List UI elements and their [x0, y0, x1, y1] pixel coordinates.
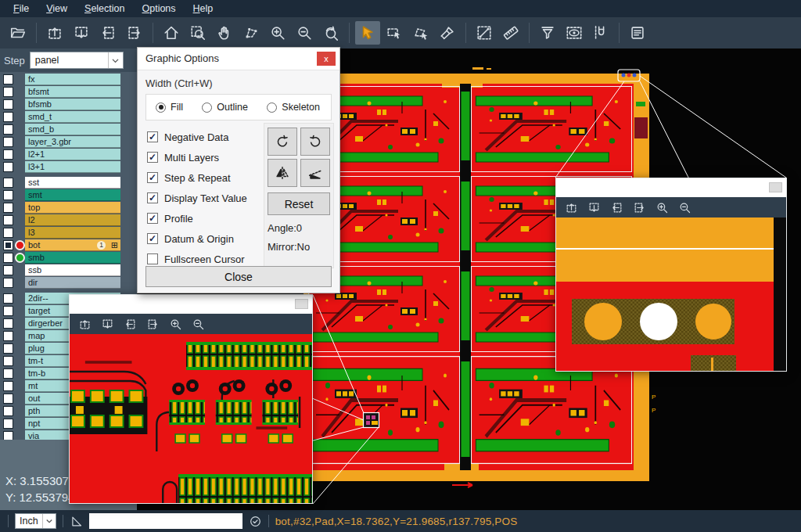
menu-file[interactable]: File: [5, 2, 38, 16]
layer-name[interactable]: smd_b: [25, 124, 120, 135]
layer-name[interactable]: top: [25, 202, 120, 214]
layer-visibility-checkbox[interactable]: [3, 215, 13, 225]
checkbox-fullscreen-cursor[interactable]: Fullscreen Cursor: [147, 253, 269, 265]
layer-name[interactable]: smb: [25, 252, 120, 264]
menu-view[interactable]: View: [38, 2, 76, 16]
layer-name[interactable]: l2+1: [25, 149, 120, 160]
layer-row-fx[interactable]: fx: [0, 74, 137, 85]
checkbox-display-text-value[interactable]: ✓Display Text Value: [147, 192, 269, 204]
popup-titlebar[interactable]: [70, 295, 312, 314]
layer-visibility-checkbox[interactable]: [3, 368, 13, 379]
box-arrow-down-button[interactable]: [586, 200, 602, 215]
radio-circle[interactable]: [267, 102, 277, 113]
zoom-out-button[interactable]: [677, 200, 692, 215]
layer-row-l3-1[interactable]: l3+1: [0, 161, 137, 173]
select-cursor-button[interactable]: [355, 21, 380, 45]
layer-visibility-checkbox[interactable]: [3, 381, 13, 391]
chevron-down-icon[interactable]: [108, 52, 123, 68]
layer-visibility-checkbox[interactable]: [3, 178, 13, 188]
rotate-cw-button[interactable]: [268, 128, 297, 156]
checkbox-box[interactable]: ✓: [147, 192, 158, 203]
layer-row-layer-3-gbr[interactable]: layer_3.gbr: [0, 136, 137, 148]
eye-box-button[interactable]: [562, 21, 587, 45]
layer-visibility-checkbox[interactable]: [3, 293, 13, 304]
layer-visibility-checkbox[interactable]: [3, 406, 13, 416]
magnifier-window-2[interactable]: [555, 178, 787, 372]
layer-visibility-checkbox[interactable]: [3, 240, 13, 250]
open-folder-button[interactable]: [5, 21, 31, 45]
box-arrow-left-button[interactable]: [95, 21, 120, 45]
layer-row-l2[interactable]: l2: [0, 214, 137, 226]
layer-name[interactable]: bot1⊞: [25, 239, 120, 251]
layer-visibility-checkbox[interactable]: [3, 278, 13, 288]
box-arrow-down-button[interactable]: [99, 316, 115, 332]
layer-row-bfsmb[interactable]: bfsmb: [0, 99, 137, 110]
rect-select-button[interactable]: [382, 21, 407, 45]
dialog-close-icon[interactable]: x: [317, 52, 336, 66]
layer-row-smt[interactable]: smt: [0, 189, 137, 201]
zoom-in-button[interactable]: [167, 316, 183, 332]
checkbox-box[interactable]: [147, 253, 158, 264]
brush-clear-button[interactable]: [435, 21, 460, 45]
layer-visibility-checkbox[interactable]: [3, 112, 13, 122]
layer-visibility-checkbox[interactable]: [3, 124, 13, 135]
layer-visibility-checkbox[interactable]: [3, 228, 13, 238]
checkbox-profile[interactable]: ✓Profile: [147, 212, 269, 225]
popup-window-button[interactable]: [769, 182, 782, 192]
zoom-out-button[interactable]: [190, 316, 206, 332]
box-arrow-up-button[interactable]: [77, 316, 92, 332]
layer-visibility-checkbox[interactable]: [3, 253, 13, 263]
layer-visibility-checkbox[interactable]: [3, 203, 13, 213]
layer-visibility-checkbox[interactable]: [3, 162, 13, 172]
layer-row-dir[interactable]: dir: [0, 277, 137, 289]
layer-row-sst[interactable]: sst: [0, 177, 137, 189]
confirm-circle-icon[interactable]: [249, 515, 262, 528]
flip-horizontal-button[interactable]: [268, 159, 297, 187]
layer-row-smb[interactable]: smb: [0, 252, 137, 264]
layer-visibility-checkbox[interactable]: [3, 87, 13, 97]
layer-name[interactable]: sst: [25, 177, 120, 189]
measure-line-button[interactable]: [472, 21, 497, 45]
layer-name[interactable]: layer_3.gbr: [25, 136, 120, 148]
layer-visibility-checkbox[interactable]: [3, 394, 13, 404]
poly-select-button[interactable]: [408, 21, 433, 45]
checkbox-box[interactable]: ✓: [147, 172, 158, 183]
layer-name[interactable]: l2: [25, 214, 120, 226]
box-arrow-up-button[interactable]: [42, 21, 67, 45]
checkbox-box[interactable]: ✓: [147, 233, 158, 244]
layer-name[interactable]: smt: [25, 189, 120, 201]
menu-options[interactable]: Options: [133, 2, 184, 16]
box-arrow-left-button[interactable]: [609, 200, 624, 215]
checkbox-multi-layers[interactable]: ✓Multi Layers: [147, 151, 269, 164]
report-list-button[interactable]: [625, 21, 650, 45]
home-button[interactable]: [159, 21, 184, 45]
corner-measure-icon[interactable]: [70, 515, 83, 528]
menu-selection[interactable]: Selection: [76, 2, 133, 16]
layer-name[interactable]: l3: [25, 227, 120, 239]
radio-circle[interactable]: [156, 102, 166, 113]
box-arrow-up-button[interactable]: [563, 200, 579, 215]
layer-row-bfsmt[interactable]: bfsmt: [0, 86, 137, 98]
snap-magnet-button[interactable]: [588, 21, 613, 45]
close-button[interactable]: Close: [145, 266, 332, 287]
zoom-area-button[interactable]: [185, 21, 210, 45]
unit-select[interactable]: Inch: [15, 513, 56, 529]
layer-visibility-checkbox[interactable]: [3, 74, 13, 84]
box-arrow-down-button[interactable]: [69, 21, 94, 45]
layer-name[interactable]: ssb: [25, 264, 120, 276]
layer-visibility-checkbox[interactable]: [3, 419, 13, 429]
zoom-in-button[interactable]: [654, 200, 670, 215]
reset-button[interactable]: Reset: [268, 192, 330, 215]
step-select[interactable]: panel: [30, 52, 124, 69]
layer-visibility-checkbox[interactable]: [3, 149, 13, 160]
radio-fill[interactable]: Fill: [156, 102, 183, 113]
box-arrow-right-button[interactable]: [631, 200, 647, 215]
layer-visibility-checkbox[interactable]: [3, 190, 13, 200]
layer-visibility-checkbox[interactable]: [3, 318, 13, 329]
layer-row-ssb[interactable]: ssb: [0, 264, 137, 276]
chevron-down-icon[interactable]: [42, 514, 56, 528]
filter-button[interactable]: [535, 21, 560, 45]
checkbox-negative-data[interactable]: ✓Negative Data: [147, 131, 269, 143]
zoom-in-button[interactable]: [265, 21, 290, 45]
box-arrow-right-button[interactable]: [145, 316, 160, 332]
